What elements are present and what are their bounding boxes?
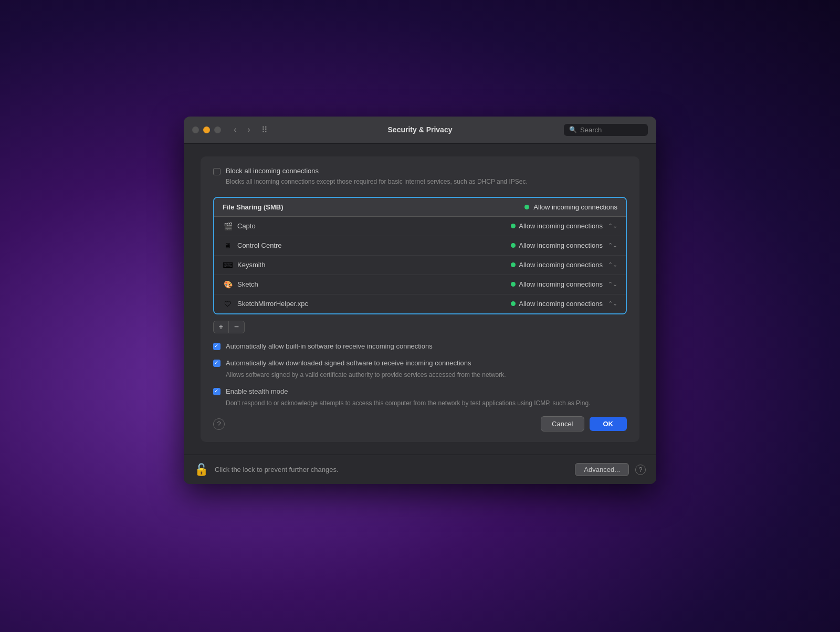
ok-button[interactable]: OK <box>590 417 627 431</box>
add-remove-row: + − <box>213 321 627 333</box>
auto-signed-text: Automatically allow downloaded signed so… <box>226 359 506 380</box>
cancel-button[interactable]: Cancel <box>541 416 584 431</box>
control-centre-icon: 🖥 <box>223 240 233 251</box>
advanced-button[interactable]: Advanced... <box>575 463 629 476</box>
stealth-mode-checkbox[interactable] <box>213 388 220 395</box>
add-button[interactable]: + <box>213 321 229 333</box>
auto-signed-row: Automatically allow downloaded signed so… <box>213 359 627 380</box>
keysmith-chevron-icon: ⌃⌄ <box>608 261 617 268</box>
keysmith-icon: ⌨ <box>223 260 233 270</box>
window-title: Security & Privacy <box>388 125 453 134</box>
traffic-lights <box>192 127 221 133</box>
control-centre-chevron-icon: ⌃⌄ <box>608 242 617 249</box>
grid-button[interactable]: ⠿ <box>259 124 270 135</box>
header-status-text: Allow incoming connections <box>533 203 617 211</box>
app-list-body: 🎬 Capto Allow incoming connections ⌃⌄ 🖥 <box>214 217 626 313</box>
control-centre-status-dot <box>511 243 516 248</box>
auto-builtin-row: Automatically allow built-in software to… <box>213 342 627 351</box>
keysmith-status-dot <box>511 262 516 267</box>
table-row[interactable]: 🎬 Capto Allow incoming connections ⌃⌄ <box>214 217 626 236</box>
capto-chevron-icon: ⌃⌄ <box>608 223 617 229</box>
stealth-mode-row: Enable stealth mode Don't respond to or … <box>213 387 627 408</box>
sketch-status-dot <box>511 282 516 287</box>
dialog-buttons-row: ? Cancel OK <box>213 416 627 431</box>
app-name-group: ⌨ Keysmith <box>223 260 265 270</box>
stealth-mode-text: Enable stealth mode Don't respond to or … <box>226 387 590 408</box>
control-centre-status-text: Allow incoming connections <box>519 241 603 249</box>
capto-label: Capto <box>237 222 256 230</box>
stealth-mode-label: Enable stealth mode <box>226 387 590 396</box>
app-name-group: 🛡 SketchMirrorHelper.xpc <box>223 299 308 309</box>
search-box[interactable]: 🔍 Search <box>564 124 648 136</box>
search-placeholder: Search <box>580 126 602 134</box>
capto-status-text: Allow incoming connections <box>519 222 603 230</box>
back-button[interactable]: ‹ <box>229 124 241 135</box>
app-list-container: File Sharing (SMB) Allow incoming connec… <box>213 197 627 314</box>
capto-status-group: Allow incoming connections ⌃⌄ <box>511 222 617 230</box>
remove-button[interactable]: − <box>229 321 245 333</box>
auto-builtin-label: Automatically allow built-in software to… <box>226 342 433 351</box>
header-app-name: File Sharing (SMB) <box>223 203 284 211</box>
block-all-label: Block all incoming connections <box>226 167 528 175</box>
control-centre-status-group: Allow incoming connections ⌃⌄ <box>511 241 617 249</box>
auto-signed-description: Allows software signed by a valid certif… <box>226 370 506 380</box>
block-all-description: Blocks all incoming connections except t… <box>226 177 528 186</box>
sketchmirror-icon: 🛡 <box>223 299 233 309</box>
table-row[interactable]: ⌨ Keysmith Allow incoming connections ⌃⌄ <box>214 256 626 275</box>
titlebar: ‹ › ⠿ Security & Privacy 🔍 Search <box>184 117 656 144</box>
sketchmirror-status-text: Allow incoming connections <box>519 300 603 308</box>
app-name-group: 🎨 Sketch <box>223 279 258 290</box>
control-centre-label: Control Centre <box>237 241 282 249</box>
block-all-checkbox[interactable] <box>213 168 220 175</box>
table-row[interactable]: 🛡 SketchMirrorHelper.xpc Allow incoming … <box>214 294 626 313</box>
keysmith-label: Keysmith <box>237 261 265 269</box>
sketch-chevron-icon: ⌃⌄ <box>608 281 617 288</box>
table-row[interactable]: 🖥 Control Centre Allow incoming connecti… <box>214 236 626 256</box>
nav-buttons: ‹ › <box>229 124 255 135</box>
block-all-text: Block all incoming connections Blocks al… <box>226 167 528 186</box>
sketch-status-group: Allow incoming connections ⌃⌄ <box>511 280 617 288</box>
app-name-group: 🖥 Control Centre <box>223 240 282 251</box>
auto-builtin-text: Automatically allow built-in software to… <box>226 342 433 351</box>
firewall-panel: Block all incoming connections Blocks al… <box>201 156 639 443</box>
capto-status-dot <box>511 224 516 228</box>
sketchmirror-chevron-icon: ⌃⌄ <box>608 300 617 307</box>
auto-signed-checkbox[interactable] <box>213 360 220 367</box>
sketchmirror-status-dot <box>511 301 516 306</box>
minimize-button[interactable] <box>203 127 210 133</box>
auto-signed-label: Automatically allow downloaded signed so… <box>226 359 506 368</box>
search-icon: 🔍 <box>569 126 577 133</box>
auto-builtin-checkbox[interactable] <box>213 343 220 350</box>
app-name-group: 🎬 Capto <box>223 221 256 231</box>
forward-button[interactable]: › <box>243 124 255 135</box>
block-all-row: Block all incoming connections Blocks al… <box>213 167 627 186</box>
sketch-label: Sketch <box>237 280 258 288</box>
sketchmirror-label: SketchMirrorHelper.xpc <box>237 300 308 308</box>
table-row[interactable]: 🎨 Sketch Allow incoming connections ⌃⌄ <box>214 275 626 294</box>
sketchmirror-status-group: Allow incoming connections ⌃⌄ <box>511 300 617 308</box>
header-status: Allow incoming connections <box>524 203 617 211</box>
lock-icon[interactable]: 🔓 <box>194 463 208 477</box>
keysmith-status-group: Allow incoming connections ⌃⌄ <box>511 261 617 269</box>
statusbar: 🔓 Click the lock to prevent further chan… <box>184 455 656 484</box>
sketch-icon: 🎨 <box>223 279 233 290</box>
statusbar-help-button[interactable]: ? <box>635 465 646 475</box>
sketch-status-text: Allow incoming connections <box>519 280 603 288</box>
security-privacy-window: ‹ › ⠿ Security & Privacy 🔍 Search Block … <box>184 117 656 484</box>
capto-icon: 🎬 <box>223 221 233 231</box>
maximize-button[interactable] <box>214 127 221 133</box>
close-button[interactable] <box>192 127 199 133</box>
header-status-dot <box>524 205 529 209</box>
lock-status-text: Click the lock to prevent further change… <box>215 466 569 473</box>
keysmith-status-text: Allow incoming connections <box>519 261 603 269</box>
content-area: Block all incoming connections Blocks al… <box>184 144 656 455</box>
app-list-header[interactable]: File Sharing (SMB) Allow incoming connec… <box>214 198 626 217</box>
help-button[interactable]: ? <box>213 418 225 430</box>
stealth-mode-description: Don't respond to or acknowledge attempts… <box>226 398 590 408</box>
